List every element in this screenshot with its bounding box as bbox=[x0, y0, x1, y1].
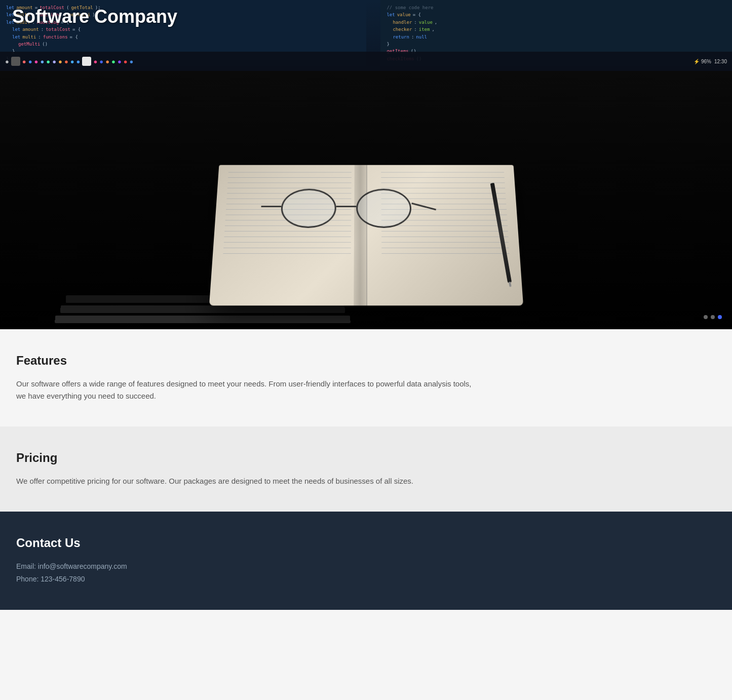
footer-phone: Phone: 123-456-7890 bbox=[16, 573, 716, 586]
taskbar-right: ⚡ 96% 12:30 bbox=[694, 59, 727, 64]
glasses-lens-right bbox=[356, 189, 412, 228]
glasses-arm-left bbox=[261, 206, 281, 207]
notebook bbox=[189, 122, 544, 304]
carousel-dot-2[interactable] bbox=[711, 315, 715, 319]
notebook-pages bbox=[209, 165, 523, 306]
features-text: Our software offers a wide range of feat… bbox=[16, 378, 472, 402]
pricing-title: Pricing bbox=[16, 451, 716, 465]
glasses bbox=[280, 179, 412, 238]
glasses-lens-left bbox=[280, 189, 336, 228]
footer-title: Contact Us bbox=[16, 536, 716, 550]
carousel-dot-3[interactable] bbox=[718, 315, 722, 319]
site-title: Software Company bbox=[12, 6, 720, 27]
features-title: Features bbox=[16, 354, 716, 368]
footer-contact: Email: info@softwarecompany.com Phone: 1… bbox=[16, 560, 716, 586]
glasses-bridge bbox=[336, 206, 356, 207]
hero-section: letamount=totalCost(getTotal); letmulti=… bbox=[0, 0, 732, 329]
footer: Contact Us Email: info@softwarecompany.c… bbox=[0, 512, 732, 610]
pricing-section: Pricing We offer competitive pricing for… bbox=[0, 426, 732, 512]
hero-nav: Software Company bbox=[0, 0, 732, 33]
pricing-text: We offer competitive pricing for our sof… bbox=[16, 475, 472, 487]
carousel-dots bbox=[704, 315, 722, 319]
features-section: Features Our software offers a wide rang… bbox=[0, 329, 732, 426]
desk-area bbox=[0, 71, 732, 329]
carousel-dot-1[interactable] bbox=[704, 315, 708, 319]
footer-email: Email: info@softwarecompany.com bbox=[16, 560, 716, 573]
taskbar: ● ● ● ● ● ● ● ● ● ● ● ● ● ● ● ● ● ● ⚡ 96… bbox=[0, 52, 732, 71]
